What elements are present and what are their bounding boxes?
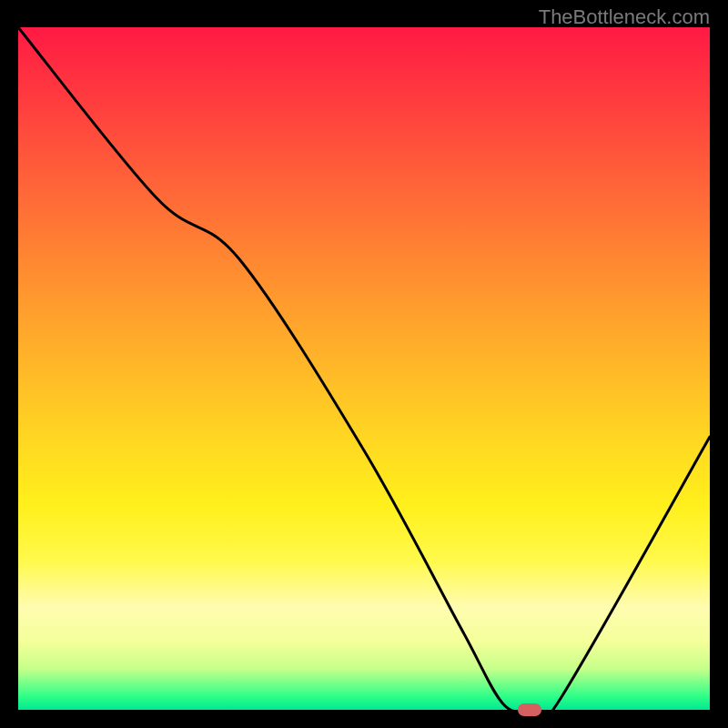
optimal-marker [518,703,541,716]
watermark-text: TheBottleneck.com [539,5,710,29]
curve-layer [18,27,710,710]
chart-container: TheBottleneck.com [0,0,728,728]
bottleneck-curve [18,27,710,710]
plot-area [18,27,710,710]
